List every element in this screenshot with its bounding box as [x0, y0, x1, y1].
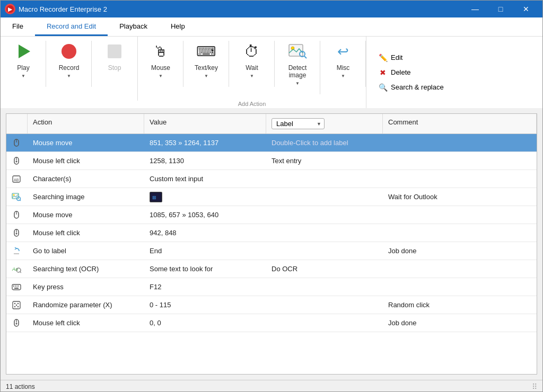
row-value: ⊞ — [144, 189, 266, 206]
ribbon-side-actions: ✏️ Edit ✖ Delete 🔍 Search & replace — [369, 37, 456, 108]
row-comment — [383, 176, 537, 182]
row-action: Randomize parameter (X) — [28, 298, 144, 312]
row-comment — [383, 212, 537, 218]
svg-rect-29 — [13, 286, 14, 287]
play-button[interactable]: Play ▼ — [7, 39, 40, 89]
label-dropdown[interactable]: Label — [272, 118, 325, 129]
table-row[interactable]: Mouse move851, 353 » 1264, 1137Double-Cl… — [6, 134, 537, 152]
table-area: Action Value Label Comment Mouse move851… — [1, 108, 542, 380]
table-row[interactable]: Mouse left click0, 0Job done — [6, 314, 537, 332]
svg-rect-30 — [15, 286, 16, 287]
svg-text:⊞: ⊞ — [152, 195, 156, 200]
row-icon — [6, 315, 28, 331]
row-label — [266, 284, 383, 290]
detect-image-button[interactable]: Detect image ▼ — [281, 39, 314, 96]
row-value: 0, 0 — [144, 316, 266, 330]
delete-button[interactable]: ✖ Delete — [375, 67, 447, 78]
titlebar-title: Macro Recorder Enterprise 2 — [19, 5, 463, 13]
row-comment: Job done — [383, 316, 537, 330]
svg-rect-13 — [12, 193, 19, 199]
row-action: Searching text (OCR) — [28, 262, 144, 276]
svg-point-34 — [14, 302, 15, 304]
row-comment — [383, 140, 537, 146]
image-thumbnail: ⊞ — [150, 192, 162, 202]
row-value: End — [144, 244, 266, 258]
status-text: 11 actions — [6, 383, 35, 390]
play-icon — [13, 41, 34, 62]
table-row[interactable]: Searching image⊞Wait for Outlook — [6, 188, 537, 206]
row-icon — [6, 279, 28, 295]
row-value: Custom text input — [144, 172, 266, 186]
ribbon-row: Play ▼ Record ▼ — [1, 37, 542, 108]
resize-grip-icon: ⠿ — [532, 382, 537, 391]
svg-point-10 — [16, 161, 17, 162]
mouse-button[interactable]: 🖱 Mouse ▼ — [144, 39, 177, 89]
maximize-button[interactable]: □ — [488, 1, 513, 17]
row-comment — [383, 284, 537, 290]
row-icon — [6, 243, 28, 259]
row-action: Key press — [28, 280, 144, 294]
table-row[interactable]: Mouse left click942, 848 — [6, 224, 537, 242]
stop-icon — [104, 41, 125, 62]
row-value: 1258, 1130 — [144, 154, 266, 168]
svg-point-35 — [17, 302, 19, 304]
ribbon-group-detect: Detect image ▼ — [275, 39, 320, 96]
svg-line-27 — [20, 272, 21, 273]
svg-line-5 — [304, 56, 306, 58]
detect-image-icon — [287, 41, 308, 62]
row-icon — [6, 225, 28, 241]
label-dropdown-wrap[interactable]: Label — [272, 118, 325, 129]
row-comment — [383, 230, 537, 236]
table-row[interactable]: Mouse move1085, 657 » 1053, 640 — [6, 206, 537, 224]
row-action: Mouse move — [28, 208, 144, 222]
row-value: F12 — [144, 280, 266, 294]
stop-button[interactable]: Stop — [98, 39, 131, 82]
table-row[interactable]: AaSearching text (OCR)Some text to look … — [6, 260, 537, 278]
close-button[interactable]: ✕ — [514, 1, 538, 17]
row-label — [266, 320, 383, 326]
record-button[interactable]: Record ▼ — [52, 39, 85, 89]
row-label — [266, 302, 383, 308]
misc-button[interactable]: ↩ Misc ▼ — [327, 39, 360, 89]
menubar: File Record and Edit Playback Help — [1, 17, 542, 37]
svg-text:AB: AB — [14, 178, 19, 182]
col-icon-header — [6, 114, 28, 133]
row-value: Some text to look for — [144, 262, 266, 276]
table-row[interactable]: Go to labelEndJob done — [6, 242, 537, 260]
menu-file[interactable]: File — [1, 17, 35, 36]
ribbon: Play ▼ Record ▼ — [1, 37, 542, 108]
table-row[interactable]: Randomize parameter (X)0 - 115Random cli… — [6, 296, 537, 314]
minimize-button[interactable]: — — [463, 1, 487, 17]
svg-point-41 — [16, 323, 17, 324]
col-action-header: Action — [28, 114, 144, 133]
label-placeholder: Double-Click to add label — [272, 139, 348, 147]
table-row[interactable]: Mouse left click1258, 1130Text entry — [6, 152, 537, 170]
row-label — [266, 248, 383, 254]
row-action: Mouse left click — [28, 154, 144, 168]
app-window: ▶ Macro Recorder Enterprise 2 — □ ✕ File… — [1, 1, 542, 392]
menu-playback[interactable]: Playback — [108, 17, 159, 36]
col-label-header: Label — [266, 114, 383, 133]
row-label — [266, 230, 383, 236]
menu-record-edit[interactable]: Record and Edit — [35, 17, 108, 36]
svg-rect-31 — [17, 286, 19, 287]
titlebar-buttons: — □ ✕ — [463, 1, 538, 17]
search-replace-button[interactable]: 🔍 Search & replace — [375, 82, 447, 93]
menu-help[interactable]: Help — [159, 17, 197, 36]
wait-button[interactable]: ⏱ Wait ▼ — [235, 39, 268, 89]
row-value: 1085, 657 » 1053, 640 — [144, 208, 266, 222]
svg-point-37 — [17, 306, 19, 307]
table-row[interactable]: ABCharacter(s)Custom text input — [6, 170, 537, 188]
textkey-button[interactable]: ⌨ Text/key ▼ — [190, 39, 223, 89]
row-label — [266, 212, 383, 218]
row-action: Searching image — [28, 190, 144, 204]
app-logo: ▶ — [5, 4, 15, 14]
row-value: 0 - 115 — [144, 298, 266, 312]
row-comment — [383, 266, 537, 272]
svg-point-36 — [14, 306, 15, 307]
table-row[interactable]: Key pressF12 — [6, 278, 537, 296]
edit-button[interactable]: ✏️ Edit — [375, 52, 447, 64]
add-action-label: Add Action — [138, 101, 366, 107]
row-icon — [6, 135, 28, 151]
record-icon — [58, 41, 80, 62]
